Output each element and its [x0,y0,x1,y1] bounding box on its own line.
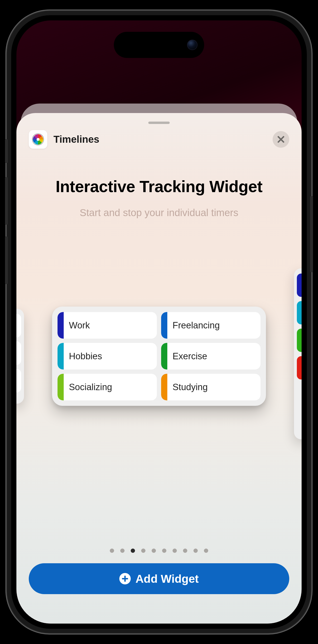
svg-point-1 [37,138,40,141]
timer-button[interactable]: Hobbies [57,343,157,370]
widget-preview[interactable]: WorkFreelancingHobbiesExerciseSocializin… [52,306,266,406]
timer-label: Hobbies [64,351,102,362]
plus-circle-icon [119,573,131,584]
page-dot[interactable] [173,548,177,553]
color-accent [58,343,64,370]
page-dot[interactable] [193,548,198,553]
peek-chip [297,329,301,352]
phone-frame: Timelines Interactive Tracking Widget St… [7,11,311,633]
peek-chip [17,342,21,365]
peek-chip [297,274,301,297]
color-accent [58,374,64,400]
timer-button[interactable]: Work [57,312,157,339]
timer-button[interactable]: Freelancing [161,312,261,339]
page-subtitle: Start and stop your individual timers [17,207,301,218]
app-icon [29,130,47,149]
side-button [5,139,8,163]
page-title: Interactive Tracking Widget [17,177,301,196]
peek-chip [297,356,301,380]
side-button [5,177,8,225]
timer-button[interactable]: Exercise [161,343,261,370]
add-widget-label: Add Widget [135,572,199,585]
prev-widget-peek[interactable] [17,309,24,404]
color-accent [58,312,64,338]
screen: Timelines Interactive Tracking Widget St… [17,20,301,624]
page-indicator[interactable] [17,539,301,553]
phone-bezel: Timelines Interactive Tracking Widget St… [11,15,307,629]
page-dot[interactable] [183,548,187,553]
peek-chip [297,301,301,324]
page-dot[interactable] [110,548,114,553]
timer-label: Studying [167,382,208,392]
sheet-grabber[interactable] [148,122,170,124]
timer-label: Freelancing [167,320,220,330]
color-accent [161,312,167,338]
camera-icon [187,40,197,50]
add-widget-button[interactable]: Add Widget [29,563,289,594]
timer-label: Exercise [167,351,207,362]
close-button[interactable] [273,131,289,148]
color-accent [161,343,167,370]
side-button [310,196,313,272]
next-widget-peek[interactable] [294,268,301,439]
peek-chip [17,369,21,392]
timer-button[interactable]: Studying [161,374,261,400]
peek-chip [17,314,21,337]
page-dot[interactable] [131,548,135,553]
page-dot[interactable] [152,548,156,553]
color-accent [161,374,167,400]
page-dot[interactable] [162,548,166,553]
timer-label: Socializing [64,382,112,392]
page-dot[interactable] [120,548,125,553]
widget-preview-carousel[interactable]: WorkFreelancingHobbiesExerciseSocializin… [17,297,301,416]
page-dot[interactable] [204,548,208,553]
app-name: Timelines [54,134,273,145]
page-dot[interactable] [141,548,145,553]
dynamic-island [114,32,204,58]
sheet-header: Timelines [17,130,301,149]
side-button [5,236,8,284]
timer-button[interactable]: Socializing [57,374,157,400]
close-icon [277,135,285,144]
timer-label: Work [64,320,90,330]
timelines-logo-icon [31,133,45,146]
widget-gallery-sheet: Timelines Interactive Tracking Widget St… [17,113,301,624]
